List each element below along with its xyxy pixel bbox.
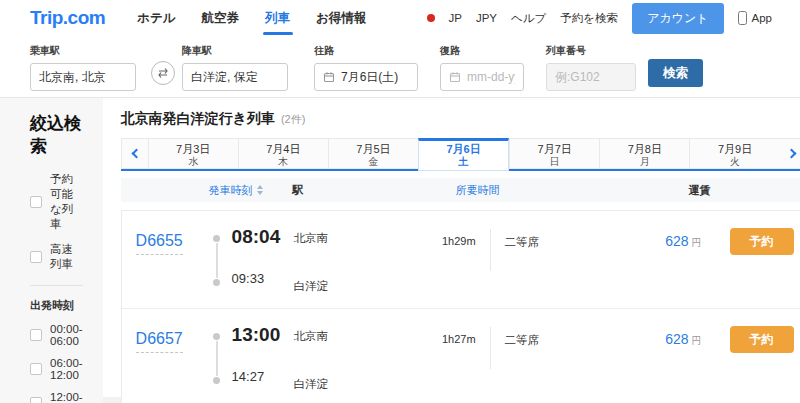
tab-date-jul4[interactable]: 7月4日 木	[238, 138, 328, 169]
journey-duration: 1h27m	[426, 333, 490, 345]
tab-date-jul8[interactable]: 7月8日 月	[599, 138, 689, 169]
next-dates-button[interactable]	[780, 138, 800, 169]
nav-deals[interactable]: お得情報	[316, 0, 366, 36]
tab-date-jul9[interactable]: 7月9日 火	[689, 138, 779, 169]
tab-date-jul7[interactable]: 7月7日 日	[509, 138, 599, 169]
departure-dot-icon	[213, 235, 220, 242]
filter-bookable-trains[interactable]: 予約可能な列車	[30, 172, 83, 232]
departure-time: 13:00	[232, 323, 294, 347]
seat-class: 二等席	[505, 235, 540, 250]
arrival-station: 白洋淀	[294, 377, 426, 392]
top-right-controls: JP JPY ヘルプ 予約を検索 アカウント App	[413, 3, 772, 34]
swap-arrows-icon	[157, 67, 169, 79]
search-button[interactable]: 検索	[648, 59, 703, 87]
main-nav: ホテル 航空券 列車 お得情報	[137, 0, 392, 36]
filter-high-speed-trains[interactable]: 高速列車	[30, 242, 83, 272]
nav-hotels[interactable]: ホテル	[137, 0, 175, 36]
phone-icon	[738, 11, 747, 25]
journey-timeline	[208, 225, 232, 292]
arrival-station: 白洋淀	[294, 279, 426, 294]
train-number-field[interactable]	[546, 63, 636, 91]
currency-selector[interactable]: JPY	[476, 12, 497, 24]
from-station-label: 乗車駅	[30, 44, 136, 58]
account-button[interactable]: アカウント	[632, 3, 723, 34]
results-table-header: 発車時刻 駅 所要時間 運賃	[121, 178, 800, 202]
to-station-label: 降車駅	[182, 44, 288, 58]
results-count: (2件)	[281, 112, 305, 127]
from-station-input[interactable]	[39, 70, 127, 84]
sort-icon	[257, 185, 263, 195]
from-station-field[interactable]	[30, 63, 136, 91]
train-number-label: 列車番号	[546, 44, 636, 58]
checkbox-icon[interactable]	[30, 397, 42, 403]
return-date-field[interactable]	[440, 63, 524, 91]
filter-sidebar: 絞込検索 予約可能な列車 高速列車 出発時刻 00:00-06:00 06:00…	[0, 98, 103, 403]
timeline-line	[216, 341, 218, 376]
to-station-field[interactable]	[182, 63, 288, 91]
train-number-input[interactable]	[555, 70, 627, 84]
checkbox-icon[interactable]	[30, 329, 42, 341]
book-button[interactable]: 予約	[730, 326, 794, 353]
train-search-form: 乗車駅 降車駅 往路 復路	[0, 36, 800, 98]
results-title: 北京南発白洋淀行き列車	[121, 110, 275, 128]
filter-departure-time[interactable]: 00:00-06:00	[30, 323, 83, 347]
japan-flag-icon	[427, 14, 435, 22]
top-navigation-bar: Trip.com ホテル 航空券 列車 お得情報 JP JPY ヘルプ 予約を検…	[0, 0, 800, 36]
seat-class: 二等席	[505, 333, 540, 348]
filter-title: 絞込検索	[30, 112, 83, 158]
train-number-field-group: 列車番号	[546, 42, 636, 91]
train-number-link[interactable]: D6657	[136, 330, 183, 353]
results-panel: 北京南発白洋淀行き列車 (2件) 7月3日 水 7月4日 木 7月5日 金 7月…	[103, 98, 800, 397]
tab-date-jul5[interactable]: 7月5日 金	[328, 138, 418, 169]
from-station-field-group: 乗車駅	[30, 42, 136, 91]
train-row-d6655: D6655 08:04 09:33 北京南 白洋淀 1h29m 二等席	[122, 211, 800, 308]
nav-trains[interactable]: 列車	[265, 0, 290, 36]
journey-duration: 1h29m	[426, 235, 490, 247]
train-number-link[interactable]: D6655	[136, 232, 183, 255]
return-date-field-group: 復路	[440, 42, 524, 91]
chevron-right-icon	[786, 149, 796, 159]
tab-date-jul3[interactable]: 7月3日 水	[148, 138, 238, 169]
calendar-icon	[323, 71, 335, 83]
sort-by-duration[interactable]: 所要時間	[456, 183, 500, 198]
arrival-time: 14:27	[232, 369, 294, 384]
fare-column-header: 運賃	[689, 183, 711, 198]
find-bookings-link[interactable]: 予約を検索	[560, 11, 618, 26]
prev-dates-button[interactable]	[121, 138, 148, 169]
fare-amount: 628	[665, 331, 688, 347]
swap-stations-button[interactable]	[151, 61, 175, 85]
checkbox-icon[interactable]	[30, 196, 42, 208]
locale-selector[interactable]: JP	[449, 12, 462, 24]
outbound-date-input[interactable]	[341, 70, 409, 84]
fare: 628円	[616, 330, 702, 348]
checkbox-icon[interactable]	[30, 251, 42, 263]
checkbox-icon[interactable]	[30, 363, 42, 375]
sort-by-departure[interactable]: 発車時刻	[209, 183, 263, 198]
book-button[interactable]: 予約	[730, 228, 794, 255]
fare-currency: 円	[692, 335, 702, 346]
fare: 628円	[616, 232, 702, 250]
arrival-dot-icon	[213, 279, 220, 286]
journey-timeline	[208, 323, 232, 389]
calendar-icon	[449, 71, 461, 83]
return-date-input[interactable]	[467, 70, 515, 84]
outbound-date-field[interactable]	[314, 63, 418, 91]
nav-flights[interactable]: 航空券	[202, 0, 240, 36]
content-area: 絞込検索 予約可能な列車 高速列車 出発時刻 00:00-06:00 06:00…	[0, 98, 800, 403]
arrival-time: 09:33	[232, 271, 294, 286]
fare-currency: 円	[692, 237, 702, 248]
app-link[interactable]: App	[738, 11, 772, 25]
tab-date-jul6-active[interactable]: 7月6日 土	[418, 138, 509, 171]
to-station-field-group: 降車駅	[182, 42, 288, 91]
trip-logo[interactable]: Trip.com	[30, 7, 105, 29]
filter-departure-time[interactable]: 06:00-12:00	[30, 357, 83, 381]
help-link[interactable]: ヘルプ	[511, 11, 546, 26]
return-date-label: 復路	[440, 44, 524, 58]
to-station-input[interactable]	[191, 70, 279, 84]
station-column-header: 駅	[293, 183, 304, 198]
filter-departure-time[interactable]: 12:00-18:00	[30, 391, 83, 403]
departure-time: 08:04	[232, 225, 294, 249]
date-tabs: 7月3日 水 7月4日 木 7月5日 金 7月6日 土 7月7日 日 7月8日 …	[121, 138, 800, 171]
outbound-date-field-group: 往路	[314, 42, 418, 91]
chevron-left-icon	[131, 149, 141, 159]
